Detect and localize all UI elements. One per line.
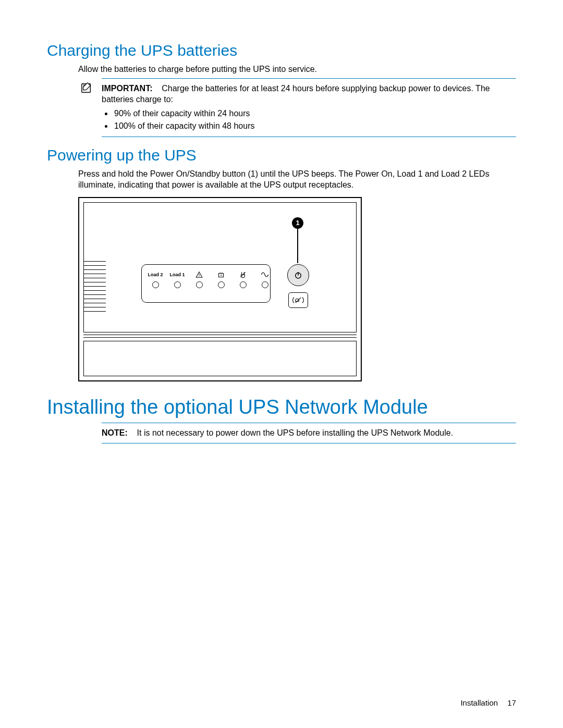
note-pencil-icon: [81, 82, 92, 93]
power-button: [287, 264, 309, 286]
note-text: NOTE: It is not necessary to power down …: [102, 427, 516, 439]
bullet-item: 90% of their capacity within 24 hours: [113, 107, 516, 120]
callout-line: [297, 229, 298, 263]
page: Charging the UPS batteries Allow the bat…: [0, 0, 563, 728]
callout-1: 1: [292, 217, 303, 229]
note-body: It is not necessary to power down the UP…: [137, 428, 454, 437]
svg-rect-5: [222, 273, 222, 274]
panel-upper: Load 2 Load 1: [83, 202, 357, 332]
important-text: IMPORTANT: Charge the batteries for at l…: [102, 83, 516, 105]
footer-page-number: 17: [507, 698, 516, 707]
led-warning: [193, 271, 205, 288]
led-load2: Load 2: [149, 271, 162, 288]
led-load1: Load 1: [171, 271, 183, 288]
plug-fault-icon: [239, 271, 247, 278]
svg-rect-3: [218, 274, 223, 277]
note-block: NOTE: It is not necessary to power down …: [102, 423, 516, 443]
led-display: Load 2 Load 1: [141, 264, 271, 303]
heading-powering: Powering up the UPS: [47, 146, 516, 164]
battery-icon: [217, 271, 225, 278]
led-battery: [215, 271, 227, 288]
led-utility: [259, 271, 271, 288]
panel-lower: [83, 341, 357, 376]
svg-rect-4: [220, 273, 221, 274]
intro-text: Allow the batteries to charge before put…: [78, 64, 516, 75]
vent-lines: [84, 261, 106, 315]
heading-charging: Charging the UPS batteries: [47, 42, 516, 59]
alarm-silence-button: [288, 292, 308, 308]
sine-icon: [261, 271, 269, 278]
ups-front-panel-figure: Load 2 Load 1: [78, 197, 362, 381]
panel-divider: [83, 335, 357, 338]
svg-point-2: [199, 276, 199, 277]
power-icon: [293, 270, 303, 280]
led-site-wiring: [237, 271, 249, 288]
svg-line-12: [296, 298, 301, 303]
note-label: NOTE:: [102, 428, 128, 437]
page-footer: Installation 17: [460, 698, 516, 707]
important-body: Charge the batteries for at least 24 hou…: [102, 84, 490, 104]
bullet-item: 100% of their capacity within 48 hours: [113, 120, 516, 132]
important-bullets: 90% of their capacity within 24 hours 10…: [113, 107, 516, 132]
heading-network-module: Installing the optional UPS Network Modu…: [47, 396, 516, 418]
powering-text: Press and hold the Power On/Standby butt…: [78, 168, 516, 191]
warning-icon: [195, 271, 203, 278]
alarm-mute-icon: [291, 295, 305, 305]
important-label: IMPORTANT:: [102, 84, 152, 93]
important-note: IMPORTANT: Charge the batteries for at l…: [102, 78, 516, 137]
footer-section: Installation: [460, 698, 498, 707]
